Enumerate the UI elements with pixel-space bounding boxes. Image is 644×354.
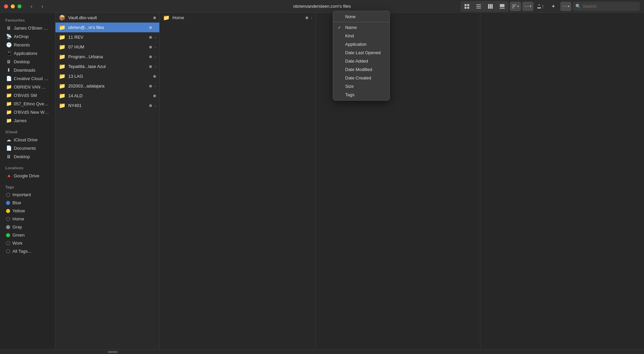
sidebar-item-icloud-drive[interactable]: ☁ iCloud Drive (2, 136, 53, 144)
sort-dropdown-menu: None ✓ Name Kind Application Date Last O… (333, 13, 390, 101)
checkmark-icon: ✓ (338, 25, 343, 30)
file-item-programa[interactable]: 📁 Program...Urbana › (55, 52, 159, 62)
action-button[interactable]: ⋯ ▾ (522, 2, 533, 11)
file-dot (149, 85, 152, 87)
sort-option-label: Date Last Opened (345, 50, 381, 55)
sort-option-application[interactable]: Application (333, 40, 390, 48)
column-view-button[interactable] (485, 2, 496, 11)
icon-view-button[interactable] (461, 2, 473, 11)
tag-button[interactable]: ✦ (548, 2, 559, 11)
sidebar-item-applications[interactable]: 📱 Applications (2, 49, 53, 57)
sidebar-item-downloads[interactable]: ⬇ Downloads (2, 66, 53, 74)
svg-rect-5 (476, 6, 481, 7)
sidebar-item-obvds-new[interactable]: 📁 O'BVdS New Website (2, 108, 53, 116)
sidebar-item-label: Recents (14, 42, 30, 47)
cc-icon: 📄 (6, 76, 11, 81)
check-icon (338, 42, 343, 47)
minimize-button[interactable] (11, 4, 15, 8)
chevron-right-icon: › (155, 45, 156, 49)
file-item-07hum[interactable]: 📁 07 HUM › (55, 42, 159, 52)
sidebar-item-label: Documents (14, 146, 36, 151)
sidebar-item-james[interactable]: 📁 James (2, 116, 53, 125)
check-icon (338, 59, 343, 64)
search-box: 🔍 (573, 2, 640, 11)
back-button[interactable]: ‹ (27, 2, 36, 10)
sidebar-item-obvds-sm[interactable]: 📁 O'BVdS SM (2, 91, 53, 99)
sidebar-item-label: Green (12, 233, 25, 238)
file-item-vault[interactable]: 📦 Vault.dbx-vault (55, 13, 159, 23)
search-input[interactable] (583, 4, 637, 9)
sidebar-tag-green[interactable]: Green (2, 231, 53, 239)
bottom-bar (0, 349, 644, 354)
sidebar-item-057-ethno[interactable]: 📁 057_Ethno Qvevri House (2, 100, 53, 108)
share-button[interactable]: ↑ (535, 2, 546, 11)
sidebar-item-recents[interactable]: 🕐 Recents (2, 41, 53, 49)
main-layout: Favourites 🖥 James O'Brien (O'BVdS) 📡 Ai… (0, 13, 644, 349)
sort-button[interactable]: ▾ (510, 2, 521, 11)
share-icon (537, 4, 541, 9)
sidebar-item-label: Creative Cloud Files (14, 76, 49, 81)
file-dot (306, 16, 308, 19)
fullscreen-button[interactable] (17, 4, 22, 8)
sort-option-date-last-opened[interactable]: Date Last Opened (333, 48, 390, 57)
sidebar-item-google-drive[interactable]: 🔺 Google Drive (2, 172, 53, 180)
list-view-button[interactable] (473, 2, 484, 11)
file-item-obrien-files[interactable]: 📁 obrien@...m's files › (55, 23, 159, 32)
chevron-right-icon: › (155, 65, 156, 69)
sort-option-label: Size (345, 84, 354, 89)
sort-option-kind[interactable]: Kind (333, 32, 390, 40)
file-item-ny401[interactable]: 📁 NY401 › (55, 101, 159, 110)
sidebar-item-airdrop[interactable]: 📡 AirDrop (2, 32, 53, 40)
sort-option-label: Kind (345, 33, 354, 38)
more-button[interactable]: ⋯ ▾ (560, 2, 571, 11)
toolbar-right: ▾ ⋯ ▾ ↑ ✦ ⋯ ▾ 🔍 (460, 1, 640, 12)
sidebar-tag-blue[interactable]: Blue (2, 199, 53, 207)
sidebar-item-desktop[interactable]: 🖥 Desktop (2, 58, 53, 66)
file-item-202003[interactable]: 📁 202003...adalajara › (55, 81, 159, 91)
sidebar-item-label: Important (12, 192, 31, 197)
scroll-thumb[interactable] (108, 351, 118, 353)
sort-option-date-modified[interactable]: Date Modified (333, 65, 390, 74)
more-icon: ⋯ (562, 4, 567, 9)
chevron-right-icon: › (155, 26, 156, 30)
file-item-home[interactable]: 📁 Home › (160, 13, 316, 23)
column-pane-1: 📦 Vault.dbx-vault 📁 obrien@...m's files … (55, 13, 160, 349)
svg-rect-0 (465, 4, 467, 6)
close-button[interactable] (4, 4, 8, 8)
sort-option-none[interactable]: None (333, 13, 390, 21)
sort-option-name[interactable]: ✓ Name (333, 23, 390, 32)
sidebar-tag-home[interactable]: Home (2, 215, 53, 223)
traffic-lights (4, 4, 22, 8)
search-icon: 🔍 (575, 4, 581, 9)
sidebar-tag-yellow[interactable]: Yellow (2, 207, 53, 215)
forward-button[interactable]: › (38, 2, 47, 10)
sort-option-date-added[interactable]: Date Added (333, 57, 390, 65)
folder-icon: 📁 (6, 84, 11, 90)
svg-rect-1 (467, 4, 469, 6)
columns-icon (488, 4, 493, 9)
svg-rect-6 (476, 8, 481, 8)
app-icon: 📱 (6, 50, 11, 56)
file-item-11rev[interactable]: 📁 11 REV › (55, 32, 159, 42)
sidebar-item-obrien-van[interactable]: 📁 OBRIEN VAN DER STE... (2, 83, 53, 91)
file-item-14ald[interactable]: 📁 14 ALD (55, 91, 159, 101)
sidebar-tag-work[interactable]: Work (2, 239, 53, 247)
sidebar-item-james-obrien[interactable]: 🖥 James O'Brien (O'BVdS) (2, 24, 53, 32)
icloud-label: iCloud (0, 127, 55, 135)
sort-option-label: Date Modified (345, 67, 372, 72)
sidebar-tag-all-tags[interactable]: All Tags... (2, 247, 53, 255)
sidebar-tag-important[interactable]: Important (2, 191, 53, 199)
sort-option-tags[interactable]: Tags (333, 91, 390, 99)
sort-option-date-created[interactable]: Date Created (333, 74, 390, 82)
sidebar-item-documents[interactable]: 📄 Documents (2, 144, 53, 152)
sidebar-item-creative-cloud[interactable]: 📄 Creative Cloud Files (2, 74, 53, 82)
file-item-13lag[interactable]: 📁 13 LAG (55, 71, 159, 81)
sidebar-tag-gray[interactable]: Gray (2, 223, 53, 231)
svg-rect-16 (512, 7, 514, 8)
sort-option-size[interactable]: Size (333, 82, 390, 91)
gallery-view-button[interactable] (496, 2, 508, 11)
sidebar-item-desktop-icloud[interactable]: 🖥 Desktop (2, 152, 53, 161)
sidebar-item-label: O'BVdS New Website (14, 110, 49, 115)
file-item-tepatitlan[interactable]: 📁 Tepatitlá...lase Azul › (55, 62, 159, 71)
tag-dot-all (6, 249, 10, 253)
